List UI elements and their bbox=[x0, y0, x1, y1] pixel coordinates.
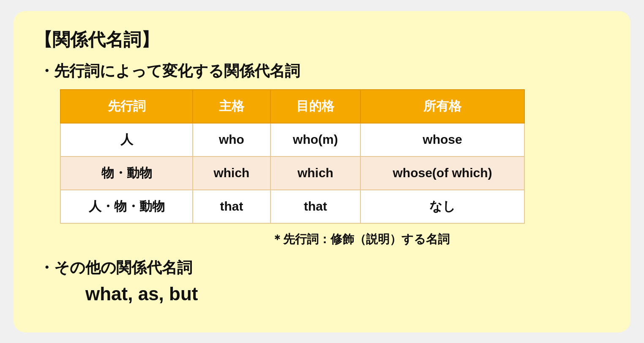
table-header-row: 先行詞 主格 目的格 所有格 bbox=[60, 90, 524, 123]
cell-possessive-1: whose bbox=[360, 123, 524, 156]
section2-title: ・その他の関係代名詞 bbox=[35, 258, 609, 278]
relative-pronoun-table: 先行詞 主格 目的格 所有格 人 who who(m) whose 物・動物 w… bbox=[60, 89, 525, 224]
col-header-possessive: 所有格 bbox=[360, 90, 524, 123]
cell-subject-1: who bbox=[193, 123, 270, 156]
cell-antecedent-3: 人・物・動物 bbox=[60, 190, 193, 223]
col-header-object: 目的格 bbox=[270, 90, 360, 123]
cell-subject-2: which bbox=[193, 156, 270, 190]
main-title: 【関係代名詞】 bbox=[35, 28, 609, 52]
section1-title: ・先行詞によって変化する関係代名詞 bbox=[35, 61, 609, 82]
main-card: 【関係代名詞】 ・先行詞によって変化する関係代名詞 先行詞 主格 目的格 所有格… bbox=[14, 11, 630, 332]
table-row: 人・物・動物 that that なし bbox=[60, 190, 524, 223]
cell-object-1: who(m) bbox=[270, 123, 360, 156]
cell-antecedent-1: 人 bbox=[60, 123, 193, 156]
col-header-subject: 主格 bbox=[193, 90, 270, 123]
cell-subject-3: that bbox=[193, 190, 270, 223]
table-row: 人 who who(m) whose bbox=[60, 123, 524, 156]
table-row: 物・動物 which which whose(of which) bbox=[60, 156, 524, 190]
antecedent-note: ＊先行詞：修飾（説明）する名詞 bbox=[271, 231, 609, 247]
cell-possessive-3: なし bbox=[360, 190, 524, 223]
col-header-antecedent: 先行詞 bbox=[60, 90, 193, 123]
cell-antecedent-2: 物・動物 bbox=[60, 156, 193, 190]
table-wrapper: 先行詞 主格 目的格 所有格 人 who who(m) whose 物・動物 w… bbox=[60, 89, 609, 224]
other-pronouns: what, as, but bbox=[35, 283, 609, 305]
cell-possessive-2: whose(of which) bbox=[360, 156, 524, 190]
cell-object-3: that bbox=[270, 190, 360, 223]
cell-object-2: which bbox=[270, 156, 360, 190]
